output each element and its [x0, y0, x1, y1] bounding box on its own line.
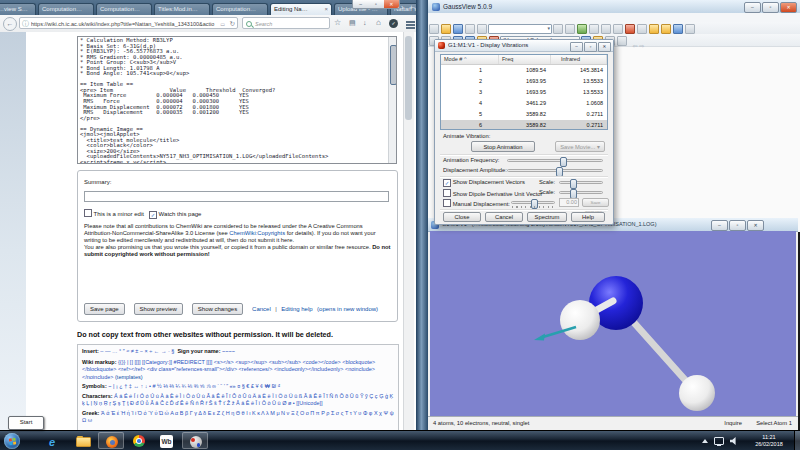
vibration-modes-table[interactable]: Mode # ^ Freq Infrared 11089.54145.3814 … — [440, 54, 608, 130]
add-fragment-icon[interactable] — [577, 24, 587, 34]
snapshot-icon[interactable] — [685, 24, 695, 34]
spectrum-button[interactable]: Spectrum — [527, 212, 567, 222]
bookmark-star-icon[interactable]: ☆ — [334, 18, 341, 27]
bookmarks-menu-icon[interactable]: ▤ — [349, 19, 356, 27]
table-row-selected[interactable]: 63589.820.2711 — [441, 120, 607, 130]
open-folder-icon[interactable] — [661, 24, 671, 34]
animation-frequency-slider[interactable] — [507, 159, 603, 162]
new-file-icon[interactable] — [429, 24, 439, 34]
start-button[interactable] — [4, 433, 20, 449]
maximize-button[interactable]: ▫ — [729, 220, 746, 231]
page-scrollbar-thumb[interactable] — [405, 36, 412, 120]
save-all-icon[interactable] — [673, 24, 683, 34]
taskbar-wordweb[interactable]: Wb — [154, 432, 180, 449]
save-page-button[interactable]: Save page — [84, 303, 125, 315]
dialog-titlebar[interactable]: G1:M1:V1 - Display Vibrations – ▫ ✕ — [435, 40, 613, 52]
vector-scale-slider[interactable] — [559, 181, 603, 184]
browser-tab-active[interactable]: × Editing Na… — [270, 3, 332, 15]
close-button[interactable]: ✕ — [780, 2, 797, 13]
speaker-icon[interactable] — [730, 437, 738, 445]
table-header[interactable]: Mode # ^ Freq Infrared — [441, 55, 607, 65]
page-info-icon[interactable]: ⓘ — [22, 19, 29, 29]
displacement-amplitude-slider[interactable] — [507, 169, 603, 172]
close-button[interactable]: ✕ — [384, 0, 399, 8]
builder-icon[interactable] — [649, 24, 659, 34]
zoom-tool-icon[interactable] — [613, 24, 623, 34]
adblock-shield-icon[interactable]: ✓ — [389, 19, 398, 28]
cancel-link[interactable]: Cancel — [252, 306, 271, 312]
greek-characters[interactable]: Ά ά Έ έ Ή ή Ί ί Ό ό Ύ ύ Ώ ώ Α α Β β Γ γ … — [82, 410, 394, 424]
wiki-source-textarea[interactable]: * Calculation Method: RB3LYP * Basis Set… — [77, 36, 397, 164]
close-button[interactable]: ✕ — [747, 220, 764, 231]
delete-atom-icon[interactable] — [625, 24, 635, 34]
maximize-button[interactable]: ▫ — [368, 0, 383, 8]
query-tool-icon[interactable] — [637, 24, 647, 34]
accented-characters[interactable]: Á á É é Í í Ó ó Ú ú À à È è Ì ì Ò ò Ù ù … — [82, 393, 393, 407]
maximize-button[interactable]: ▫ — [762, 2, 779, 13]
browser-tab[interactable]: …view S… — [0, 3, 36, 15]
hydrogen-atom-front[interactable] — [560, 300, 600, 340]
browser-tab[interactable]: Computation… — [96, 3, 152, 15]
taskbar-clock[interactable]: 11:21 26/02/2018 — [746, 434, 792, 448]
summary-input[interactable] — [84, 191, 389, 202]
tile-windows-icon[interactable] — [617, 36, 627, 46]
url-bar[interactable]: ⓘ https://wiki.ch.ic.ac.uk/wiki/index.ph… — [19, 17, 238, 29]
editing-help-link[interactable]: Editing help — [281, 306, 312, 312]
show-preview-button[interactable]: Show preview — [134, 303, 183, 315]
browser-tab[interactable]: Titles:Mod.in… — [154, 3, 210, 15]
browser-tab[interactable]: Computation… — [212, 3, 268, 15]
new-tab-button[interactable]: + — [409, 3, 414, 13]
cut-icon[interactable] — [477, 24, 487, 34]
table-row[interactable]: 31693.9513.5533 — [441, 87, 607, 98]
minimize-button[interactable]: – — [711, 220, 728, 231]
stop-animation-button[interactable]: Stop Animation — [471, 141, 535, 152]
show-dipole-derivative-checkbox[interactable] — [443, 189, 451, 197]
gaussview-titlebar[interactable]: GaussView 5.0.9 – ▫ ✕ — [428, 0, 800, 14]
print-icon[interactable] — [465, 24, 475, 34]
history-nav-arrows[interactable]: ⇦ ⇨ — [632, 43, 644, 49]
maximize-button[interactable]: ▫ — [584, 42, 597, 52]
minimize-button[interactable]: – — [353, 0, 368, 8]
tab-close-icon[interactable]: × — [324, 4, 328, 15]
search-input[interactable]: Search — [242, 17, 330, 29]
manual-displacement-checkbox[interactable] — [443, 199, 451, 207]
hidden-icons-icon[interactable] — [702, 439, 708, 443]
hydrogen-atom-right[interactable] — [679, 375, 715, 411]
minimize-button[interactable]: – — [744, 2, 761, 13]
bond-tool-icon[interactable] — [553, 24, 563, 34]
element-combobox[interactable]: ▾ — [488, 24, 552, 34]
signature-characters[interactable]: ~~~~ — [222, 348, 235, 354]
watch-page-checkbox[interactable]: ✓ — [149, 211, 157, 219]
taskbar-chrome[interactable] — [126, 432, 152, 449]
back-button[interactable]: ← — [3, 17, 17, 31]
show-changes-button[interactable]: Show changes — [192, 303, 243, 315]
downloads-icon[interactable]: ↓ — [363, 19, 367, 26]
taskbar-firefox[interactable] — [98, 432, 124, 449]
angle-tool-icon[interactable] — [565, 24, 575, 34]
textarea-scrollbar[interactable] — [388, 37, 396, 163]
open-file-icon[interactable] — [441, 24, 451, 34]
menu-hamburger-icon[interactable] — [406, 21, 415, 23]
reload-icon[interactable]: ↻ — [230, 20, 235, 28]
taskbar-file-explorer[interactable] — [70, 432, 96, 449]
network-icon[interactable] — [714, 437, 724, 445]
molecule-viewport[interactable] — [430, 231, 796, 417]
symbol-characters[interactable]: ~ | ¡ ¿ † ‡ ↔ ↑ ↓ • # ½ ⅓ ⅔ ¼ ¾ ⅛ ⅜ ⅝ ⅞ … — [108, 383, 280, 389]
insert-characters[interactable]: – — … ° ″ ≈ ≠ ± − × ÷ ← → · § — [100, 348, 174, 354]
help-button[interactable]: Help — [571, 212, 605, 222]
table-row[interactable]: 43461.291.0608 — [441, 98, 607, 109]
copyrights-link[interactable]: ChemWiki:Copyrights — [229, 230, 285, 236]
close-button[interactable]: ✕ — [598, 42, 611, 52]
manual-displacement-slider[interactable] — [511, 201, 555, 204]
show-desktop-button[interactable] — [794, 431, 800, 450]
minor-edit-checkbox[interactable] — [84, 209, 92, 217]
reader-mode-icon[interactable]: ▭ — [220, 21, 225, 27]
dipole-scale-slider[interactable] — [559, 191, 603, 194]
taskbar-internet-explorer[interactable]: e — [42, 432, 68, 449]
show-displacement-vectors-checkbox[interactable]: ✓ — [443, 179, 451, 187]
home-icon[interactable]: ⌂ — [376, 18, 381, 27]
table-row[interactable]: 53589.820.2711 — [441, 109, 607, 120]
minimize-button[interactable]: – — [570, 42, 583, 52]
translate-tool-icon[interactable] — [601, 24, 611, 34]
rotate-tool-icon[interactable] — [589, 24, 599, 34]
